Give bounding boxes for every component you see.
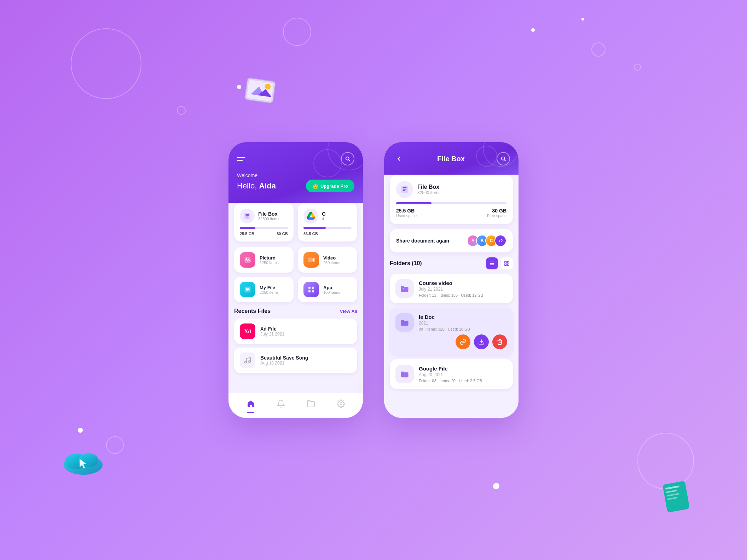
app-info: App 100 items bbox=[323, 285, 340, 294]
xd-file-icon: Xd bbox=[240, 323, 255, 339]
gdrive-sizes: 36.5 GB bbox=[303, 232, 352, 236]
folder-3-date: Aug 20 2021 bbox=[419, 372, 482, 377]
used-value: 25.5 GB bbox=[396, 208, 417, 214]
svg-point-26 bbox=[249, 361, 251, 362]
gdrive-bar-fill bbox=[303, 227, 326, 229]
folder-nav-icon bbox=[307, 399, 315, 410]
grid-view-toggle[interactable] bbox=[501, 257, 513, 269]
folder-icon-2 bbox=[395, 313, 414, 332]
filebox-card[interactable]: File Box 32500 items 25.5 GB Used space … bbox=[390, 175, 513, 224]
folder-le-doc-main: le Doc 2021 09 Items: 320 Used: 10 GB bbox=[395, 313, 507, 332]
free-value: 80 GB bbox=[492, 208, 506, 214]
recent-file-song[interactable]: Beautiful Save Song Aug 18 2021 bbox=[234, 348, 357, 373]
storage-sizes: 25.5 GB 80 GB bbox=[240, 232, 288, 236]
share-card[interactable]: Share document again A B C +2 bbox=[390, 229, 513, 252]
svg-rect-22 bbox=[312, 287, 314, 289]
category-picture[interactable]: Picture 1250 items bbox=[234, 247, 294, 273]
download-action-button[interactable] bbox=[474, 334, 489, 349]
upgrade-button[interactable]: 👑 Upgrade Pro bbox=[306, 180, 354, 192]
bell-icon bbox=[277, 399, 285, 410]
nav-notifications[interactable] bbox=[272, 398, 289, 412]
filebox-bar-fill bbox=[396, 202, 432, 204]
folder-icon-1 bbox=[395, 279, 414, 298]
recents-header: Recents Files View All bbox=[234, 308, 357, 314]
svg-point-28 bbox=[502, 157, 505, 160]
recent-file-xd[interactable]: Xd Xd File July 21 2021 bbox=[234, 319, 357, 344]
myfile-name: My File bbox=[260, 285, 279, 290]
folder-le-doc-details: le Doc 2021 09 Items: 320 Used: 10 GB bbox=[419, 314, 470, 331]
gdrive-title: G bbox=[322, 211, 326, 217]
hello-name: Hello, Aida bbox=[237, 181, 276, 191]
cloud-decoration bbox=[60, 445, 106, 479]
nav-settings[interactable] bbox=[332, 398, 349, 412]
filebox-bar-bg bbox=[396, 202, 506, 204]
folder-actions bbox=[395, 334, 507, 349]
svg-line-29 bbox=[504, 160, 506, 161]
hello-row: Hello, Aida 👑 Upgrade Pro bbox=[237, 180, 354, 192]
svg-point-27 bbox=[340, 403, 342, 405]
storage-bar-bg bbox=[240, 227, 288, 229]
song-file-name: Beautiful Save Song bbox=[260, 355, 308, 361]
svg-point-14 bbox=[346, 157, 349, 160]
menu-icon[interactable] bbox=[237, 157, 245, 161]
svg-rect-38 bbox=[403, 288, 404, 289]
link-action-button[interactable] bbox=[456, 334, 470, 349]
list-view-toggle[interactable] bbox=[486, 257, 498, 269]
myfile-count: 2250 items bbox=[260, 290, 279, 294]
folder-google-file-details: Google File Aug 20 2021 Folder: 03 Items… bbox=[419, 366, 482, 383]
gdrive-info: G 4 bbox=[322, 211, 326, 221]
category-myfile[interactable]: My File 2250 items bbox=[234, 277, 294, 302]
delete-action-button[interactable] bbox=[492, 334, 507, 349]
nav-home[interactable] bbox=[242, 398, 259, 412]
filebox-storage-card[interactable]: File Box 32500 items 25.5 GB 80 GB bbox=[234, 203, 294, 241]
view-toggle bbox=[486, 257, 513, 269]
nav-files[interactable] bbox=[302, 398, 319, 412]
right-phone: File Box bbox=[384, 142, 519, 418]
gear-icon bbox=[337, 399, 345, 410]
svg-rect-36 bbox=[505, 264, 506, 266]
search-button[interactable] bbox=[341, 152, 354, 165]
used-label: Used space bbox=[396, 214, 417, 218]
category-video[interactable]: Video 250 items bbox=[298, 247, 357, 273]
folders-header: Folders (10) bbox=[390, 257, 513, 269]
storage-cards: File Box 32500 items 25.5 GB 80 GB bbox=[234, 203, 357, 241]
svg-rect-21 bbox=[308, 287, 311, 289]
gdrive-storage-card[interactable]: G 4 36.5 GB bbox=[298, 203, 357, 241]
video-icon bbox=[303, 252, 319, 268]
song-file-date: Aug 18 2021 bbox=[260, 361, 308, 366]
xd-file-name: Xd File bbox=[260, 326, 284, 332]
app-count: 100 items bbox=[323, 290, 340, 294]
storage-bar-fill bbox=[240, 227, 255, 229]
folder-course-video-details: Course video July 21 2021 Folder: 11 Ite… bbox=[419, 280, 483, 297]
folder-3-name: Google File bbox=[419, 366, 482, 372]
filebox-card-header: File Box 32500 items bbox=[396, 181, 506, 198]
right-search-button[interactable] bbox=[497, 152, 510, 165]
bottom-nav bbox=[228, 393, 363, 418]
gdrive-used: 36.5 GB bbox=[303, 232, 318, 236]
gdrive-card-header: G 4 bbox=[303, 209, 352, 223]
folder-1-meta: Folder: 11 Items: 155 Used: 12 GB bbox=[419, 293, 483, 297]
folder-course-video-main: Course video July 21 2021 Folder: 11 Ite… bbox=[395, 279, 507, 298]
folder-course-video[interactable]: Course video July 21 2021 Folder: 11 Ite… bbox=[390, 274, 513, 303]
xd-file-info: Xd File July 21 2021 bbox=[260, 326, 284, 337]
folder-google-file[interactable]: Google File Aug 20 2021 Folder: 03 Items… bbox=[390, 359, 513, 389]
svg-rect-35 bbox=[507, 261, 509, 263]
folder-1-date: July 21 2021 bbox=[419, 287, 483, 292]
picture-info: Picture 1250 items bbox=[260, 255, 279, 265]
filebox-icon-wrap bbox=[396, 181, 413, 198]
app-icon bbox=[303, 282, 319, 297]
folder-le-doc[interactable]: le Doc 2021 09 Items: 320 Used: 10 GB bbox=[390, 308, 513, 355]
view-all-link[interactable]: View All bbox=[340, 309, 357, 314]
svg-rect-9 bbox=[662, 481, 690, 513]
size-used: 25.5 GB Used space bbox=[396, 208, 417, 218]
picture-name: Picture bbox=[260, 255, 279, 261]
storage-info: File Box 32500 items bbox=[258, 211, 279, 221]
back-button[interactable] bbox=[393, 152, 405, 165]
size-free: 80 GB Free space bbox=[487, 208, 506, 218]
free-label: Free space bbox=[487, 214, 506, 218]
category-app[interactable]: App 100 items bbox=[298, 277, 357, 302]
svg-rect-19 bbox=[308, 258, 313, 262]
filebox-sizes: 25.5 GB Used space 80 GB Free space bbox=[396, 208, 506, 218]
svg-rect-34 bbox=[505, 261, 506, 263]
song-file-info: Beautiful Save Song Aug 18 2021 bbox=[260, 355, 308, 366]
